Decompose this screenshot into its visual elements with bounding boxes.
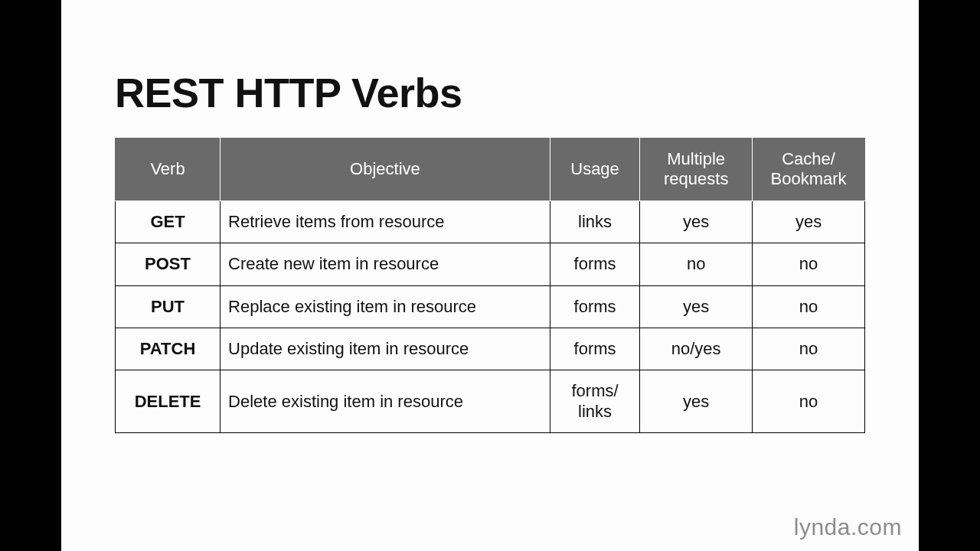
header-verb: Verb (116, 139, 220, 201)
cell-usage: forms/ links (550, 370, 639, 433)
cell-objective: Retrieve items from resource (220, 201, 550, 243)
cell-cache: no (753, 285, 865, 328)
cell-multiple: yes (640, 370, 753, 433)
verbs-table: Verb Objective Usage Multiple requests C… (115, 138, 865, 433)
cell-objective: Update existing item in resource (220, 328, 550, 370)
cell-cache: no (753, 243, 865, 285)
cell-verb: POST (116, 243, 220, 285)
cell-usage: forms (550, 328, 639, 370)
cell-verb: DELETE (116, 370, 220, 433)
table-row: DELETE Delete existing item in resource … (116, 370, 865, 433)
cell-objective: Replace existing item in resource (220, 285, 550, 328)
cell-multiple: yes (640, 285, 753, 328)
cell-objective: Delete existing item in resource (220, 370, 550, 433)
cell-multiple: no/yes (640, 328, 753, 370)
slide: REST HTTP Verbs Verb Objective Usage Mul… (61, 0, 919, 551)
cell-cache: no (753, 328, 865, 370)
header-objective: Objective (220, 139, 550, 201)
cell-usage: forms (550, 285, 639, 328)
header-usage: Usage (550, 139, 639, 201)
table-row: POST Create new item in resource forms n… (116, 243, 865, 285)
attribution-tld: .com (851, 514, 902, 540)
table-row: PUT Replace existing item in resource fo… (116, 285, 865, 328)
table-row: GET Retrieve items from resource links y… (116, 201, 865, 243)
cell-verb: GET (116, 201, 220, 243)
cell-multiple: no (640, 243, 753, 285)
cell-cache: no (753, 370, 865, 433)
cell-usage: forms (550, 243, 639, 285)
table-row: PATCH Update existing item in resource f… (116, 328, 865, 370)
header-multiple: Multiple requests (640, 139, 753, 201)
attribution-brand: lynda (794, 514, 851, 540)
cell-multiple: yes (640, 201, 753, 243)
cell-cache: yes (753, 201, 865, 243)
attribution: lynda.com (794, 514, 902, 540)
cell-usage: links (550, 201, 639, 243)
cell-verb: PATCH (116, 328, 220, 370)
cell-verb: PUT (116, 285, 220, 328)
cell-objective: Create new item in resource (220, 243, 550, 285)
table-header-row: Verb Objective Usage Multiple requests C… (116, 139, 865, 201)
header-cache: Cache/ Bookmark (753, 139, 865, 201)
slide-title: REST HTTP Verbs (115, 69, 865, 116)
slide-content: REST HTTP Verbs Verb Objective Usage Mul… (61, 0, 919, 433)
